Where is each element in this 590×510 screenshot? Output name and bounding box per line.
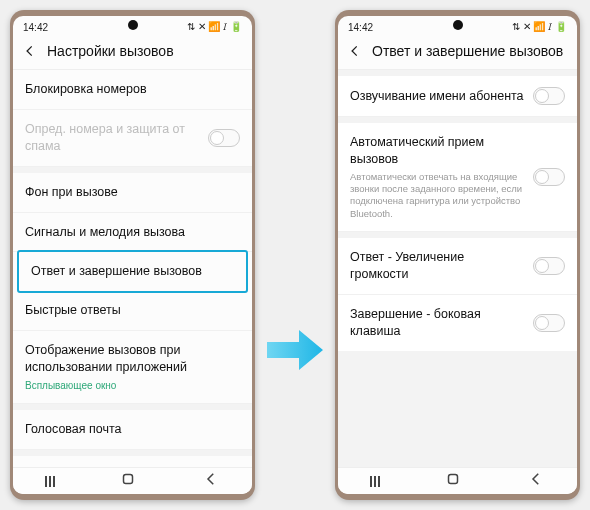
- status-icons: ⇅ ✕ 📶 𝘐 🔋: [512, 21, 567, 33]
- item-side-key-end[interactable]: Завершение - боковая клавиша: [338, 295, 577, 351]
- back-icon[interactable]: [23, 44, 37, 58]
- phone-right: 14:42 ⇅ ✕ 📶 𝘐 🔋 Ответ и завершение вызов…: [335, 10, 580, 500]
- item-volume-up-answer[interactable]: Ответ - Увеличение громкости: [338, 238, 577, 295]
- title-bar: Ответ и завершение вызовов: [338, 35, 577, 70]
- nav-home-icon[interactable]: [119, 470, 137, 492]
- nav-back-icon[interactable]: [527, 470, 545, 492]
- screen-left: 14:42 ⇅ ✕ 📶 𝘐 🔋 Настройки вызовов Блокир…: [13, 16, 252, 494]
- settings-list[interactable]: Блокировка номеров Опред. номера и защит…: [13, 70, 252, 467]
- arrow-icon: [267, 328, 323, 372]
- toggle-icon[interactable]: [533, 257, 565, 275]
- item-spam-protect[interactable]: Опред. номера и защита от спама: [13, 110, 252, 167]
- svg-rect-2: [449, 475, 458, 484]
- subtext: Всплывающее окно: [25, 379, 240, 393]
- item-quick-replies[interactable]: Быстрые ответы: [13, 291, 252, 331]
- item-call-background[interactable]: Фон при вызове: [13, 173, 252, 213]
- phone-left: 14:42 ⇅ ✕ 📶 𝘐 🔋 Настройки вызовов Блокир…: [10, 10, 255, 500]
- nav-back-icon[interactable]: [202, 470, 220, 492]
- camera-notch: [453, 20, 463, 30]
- page-title: Ответ и завершение вызовов: [372, 43, 563, 59]
- item-extra-services[interactable]: Дополнительные услуги: [13, 456, 252, 467]
- item-voicemail[interactable]: Голосовая почта: [13, 410, 252, 450]
- android-navbar: [13, 467, 252, 494]
- toggle-icon[interactable]: [208, 129, 240, 147]
- toggle-icon[interactable]: [533, 168, 565, 186]
- status-time: 14:42: [348, 22, 373, 33]
- status-icons: ⇅ ✕ 📶 𝘐 🔋: [187, 21, 242, 33]
- item-block-numbers[interactable]: Блокировка номеров: [13, 70, 252, 110]
- camera-notch: [128, 20, 138, 30]
- settings-list[interactable]: Озвучивание имени абонента Автоматически…: [338, 70, 577, 467]
- toggle-icon[interactable]: [533, 314, 565, 332]
- sub-description: Автоматически отвечать на входящие звонк…: [350, 171, 525, 220]
- screen-right: 14:42 ⇅ ✕ 📶 𝘐 🔋 Ответ и завершение вызов…: [338, 16, 577, 494]
- item-answer-end-calls[interactable]: Ответ и завершение вызовов: [17, 250, 248, 293]
- item-display-while-apps[interactable]: Отображение вызовов при использовании пр…: [13, 331, 252, 404]
- svg-rect-0: [124, 475, 133, 484]
- title-bar: Настройки вызовов: [13, 35, 252, 70]
- back-icon[interactable]: [348, 44, 362, 58]
- status-time: 14:42: [23, 22, 48, 33]
- android-navbar: [338, 467, 577, 494]
- toggle-icon[interactable]: [533, 87, 565, 105]
- nav-recent-icon[interactable]: [370, 476, 380, 487]
- nav-recent-icon[interactable]: [45, 476, 55, 487]
- page-title: Настройки вызовов: [47, 43, 174, 59]
- item-announce-caller[interactable]: Озвучивание имени абонента: [338, 76, 577, 117]
- svg-marker-1: [267, 330, 323, 370]
- item-auto-answer[interactable]: Автоматический прием вызовов Автоматичес…: [338, 123, 577, 232]
- nav-home-icon[interactable]: [444, 470, 462, 492]
- item-ringtone[interactable]: Сигналы и мелодия вызова: [13, 213, 252, 253]
